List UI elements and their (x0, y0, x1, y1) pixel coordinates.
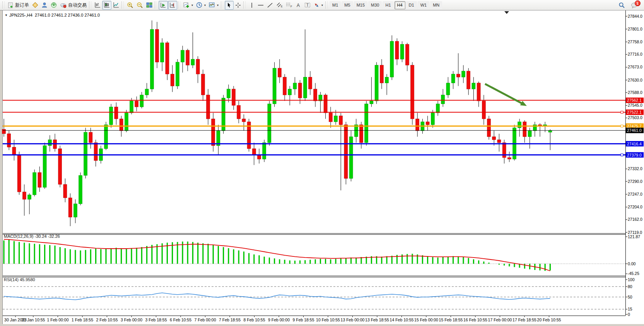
text-label-button[interactable]: T (303, 1, 312, 10)
svg-text:E: E (281, 5, 283, 8)
timeframe-button-m1[interactable]: M1 (330, 1, 341, 9)
toolbar: 新订单 自动交易 (0, 0, 644, 10)
chart-ohlc-values: 27461.0 27461.2 27436.0 27461.0 (35, 13, 100, 17)
svg-text:F: F (290, 5, 292, 8)
data-window-button[interactable] (40, 1, 49, 10)
svg-text:27562.1: 27562.1 (627, 98, 642, 102)
timeframe-button-h4[interactable]: H4 (395, 1, 405, 9)
vertical-line-button[interactable] (247, 1, 256, 10)
timeframe-button-m30[interactable]: M30 (368, 1, 382, 9)
svg-text:27461.0: 27461.0 (627, 128, 642, 133)
chart-shift-button[interactable] (168, 1, 177, 10)
svg-text:-45.25: -45.25 (628, 271, 639, 276)
chart-canvas[interactable]: 27844.027801.027758.027716.027673.027630… (0, 0, 644, 326)
svg-text:2 Feb 10:55: 2 Feb 10:55 (96, 317, 118, 322)
svg-text:17 Feb 18:55: 17 Feb 18:55 (512, 317, 536, 322)
timeframe-button-mn[interactable]: MN (430, 1, 442, 9)
new-order-label: 新订单 (15, 2, 29, 9)
trading-platform-window: 27844.027801.027758.027716.027673.027630… (0, 0, 644, 326)
auto-scroll-button[interactable] (159, 1, 168, 10)
svg-text:15: 15 (628, 307, 632, 311)
horizontal-line-icon (258, 2, 264, 8)
toolbar-separator (178, 2, 180, 9)
crosshair-icon (235, 2, 241, 8)
horizontal-line-button[interactable] (256, 1, 265, 10)
bar-chart-icon (94, 2, 101, 8)
notifications-button[interactable]: 1 (630, 2, 639, 9)
svg-text:0.00: 0.00 (628, 261, 636, 266)
svg-text:27162.0: 27162.0 (628, 217, 642, 222)
svg-text:13 Feb 18:55: 13 Feb 18:55 (365, 317, 389, 322)
candlestick-chart-button[interactable] (102, 1, 111, 10)
svg-text:10 Feb 10:55: 10 Feb 10:55 (316, 317, 340, 322)
svg-text:27716.0: 27716.0 (628, 52, 642, 56)
svg-text:27801.0: 27801.0 (628, 27, 642, 31)
chart-frame (0, 10, 644, 326)
timeframe-button-h1[interactable]: H1 (383, 1, 393, 9)
chevron-down-icon: ▾ (204, 3, 206, 7)
arrows-button[interactable]: ▾ (312, 1, 325, 10)
svg-text:6 Feb 10:55: 6 Feb 10:55 (170, 317, 191, 322)
timeframe-button-m5[interactable]: M5 (342, 1, 353, 9)
timeframe-button-w1[interactable]: W1 (418, 1, 430, 9)
periods-button[interactable]: ▾ (195, 1, 207, 10)
timeframe-button-d1[interactable]: D1 (406, 1, 417, 9)
vertical-line-icon (249, 2, 255, 8)
autotrading-icon (60, 2, 67, 8)
chevron-down-icon: ▾ (217, 3, 219, 7)
autotrading-button[interactable]: 自动交易 (58, 1, 88, 10)
svg-text:27290.0: 27290.0 (628, 179, 642, 184)
svg-text:121.87: 121.87 (628, 234, 640, 239)
cursor-button[interactable] (225, 1, 234, 10)
timeframe-button-m15[interactable]: M15 (354, 1, 367, 9)
trendline-button[interactable] (265, 1, 275, 10)
svg-text:14 Feb 10:55: 14 Feb 10:55 (390, 317, 414, 322)
indicators-button[interactable]: ▾ (182, 1, 195, 10)
templates-button[interactable]: ▾ (207, 1, 220, 10)
svg-text:A: A (297, 3, 300, 8)
svg-text:9 Feb 00:00: 9 Feb 00:00 (268, 317, 290, 322)
market-watch-button[interactable] (31, 1, 40, 10)
new-order-button[interactable]: 新订单 (6, 1, 31, 10)
svg-text:0: 0 (628, 312, 630, 317)
clock-icon (196, 2, 202, 8)
tile-windows-button[interactable] (145, 1, 154, 10)
toolbar-drag-handle[interactable] (2, 2, 5, 9)
macd-indicator-label: MACD(12,26,9) -30.24 -32.26 (4, 234, 60, 239)
rsi-indicator-label: RSI(14) 45.9580 (4, 277, 35, 282)
fibonacci-icon: F (286, 2, 292, 8)
crosshair-button[interactable] (234, 1, 243, 10)
svg-text:8 Feb 10:55: 8 Feb 10:55 (243, 317, 265, 322)
chart-title[interactable]: ▼JPN225-,H4 27461.0 27461.2 27436.0 2746… (5, 13, 100, 17)
toolbar-separator (121, 2, 124, 9)
svg-text:27673.0: 27673.0 (628, 65, 642, 69)
channel-icon: E (276, 2, 283, 8)
auto-scroll-icon (160, 2, 166, 8)
zoom-in-button[interactable] (125, 1, 135, 10)
profile-icon (41, 2, 48, 8)
tile-windows-icon (146, 2, 152, 8)
line-chart-icon (113, 2, 119, 8)
candlestick-chart-icon (104, 2, 110, 8)
autotrading-label: 自动交易 (68, 2, 87, 9)
svg-text:27758.0: 27758.0 (628, 39, 642, 44)
svg-text:20 Feb 10:55: 20 Feb 10:55 (537, 317, 561, 322)
toolbar-separator (89, 2, 91, 9)
text-button[interactable]: A (294, 1, 303, 10)
bar-chart-button[interactable] (93, 1, 102, 10)
svg-text:1 Feb 00:00: 1 Feb 00:00 (47, 317, 68, 322)
fibonacci-button[interactable]: F (284, 1, 294, 10)
chevron-down-icon: ▾ (321, 3, 323, 7)
timeframe-group: M1M5M15M30H1H4D1W1MN (329, 1, 442, 9)
equidistant-channel-button[interactable]: E (275, 1, 284, 10)
zoom-out-button[interactable] (135, 1, 145, 10)
signals-button[interactable] (49, 1, 58, 10)
svg-text:80: 80 (628, 284, 632, 289)
notification-badge: 1 (635, 0, 641, 6)
line-chart-button[interactable] (111, 1, 121, 10)
search-button[interactable] (617, 1, 627, 10)
svg-text:9 Feb 18:55: 9 Feb 18:55 (292, 317, 314, 322)
cursor-arrow-icon (226, 2, 232, 8)
signal-icon (51, 2, 57, 8)
svg-text:27475.7: 27475.7 (627, 124, 642, 128)
